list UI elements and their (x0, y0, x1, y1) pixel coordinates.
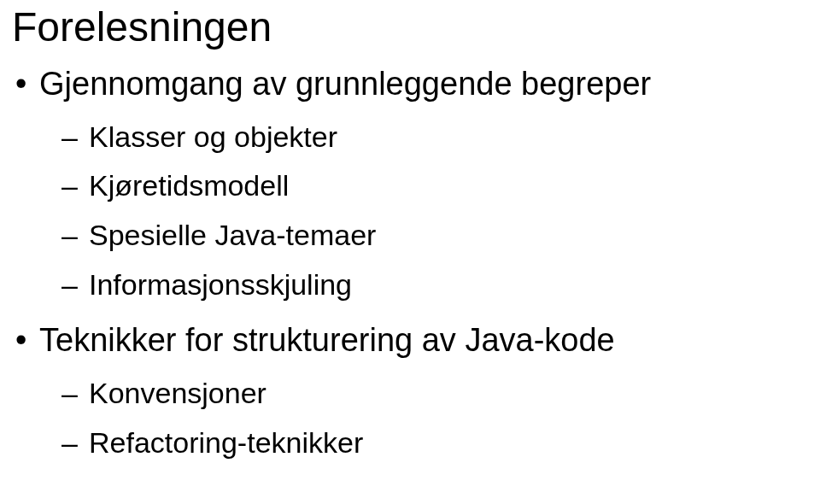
sub-list: Konvensjoner Refactoring-teknikker (39, 369, 808, 468)
list-item: Informasjonsskjuling (39, 261, 808, 310)
bullet-text: Gjennomgang av grunnleggende begreper (39, 66, 651, 102)
sub-list: Klasser og objekter Kjøretidsmodell Spes… (39, 113, 808, 310)
bullet-text: Informasjonsskjuling (89, 268, 352, 301)
list-item: Spesielle Java-temaer (39, 211, 808, 261)
bullet-text: Klasser og objekter (89, 120, 337, 153)
bullet-text: Teknikker for strukturering av Java-kode (39, 322, 615, 358)
list-item: Gjennomgang av grunnleggende begreper Kl… (12, 59, 808, 310)
list-item: Teknikker for strukturering av Java-kode… (12, 315, 808, 467)
list-item: Refactoring-teknikker (39, 419, 808, 468)
slide-title: Forelesningen (12, 5, 808, 50)
bullet-text: Kjøretidsmodell (89, 169, 289, 202)
list-item: Konvensjoner (39, 369, 808, 419)
bullet-list: Gjennomgang av grunnleggende begreper Kl… (12, 59, 808, 468)
bullet-text: Konvensjoner (89, 377, 266, 409)
bullet-text: Refactoring-teknikker (89, 426, 363, 459)
list-item: Kjøretidsmodell (39, 161, 808, 211)
slide: Forelesningen Gjennomgang av grunnleggen… (0, 0, 820, 504)
bullet-text: Spesielle Java-temaer (89, 219, 376, 251)
list-item: Klasser og objekter (39, 113, 808, 162)
